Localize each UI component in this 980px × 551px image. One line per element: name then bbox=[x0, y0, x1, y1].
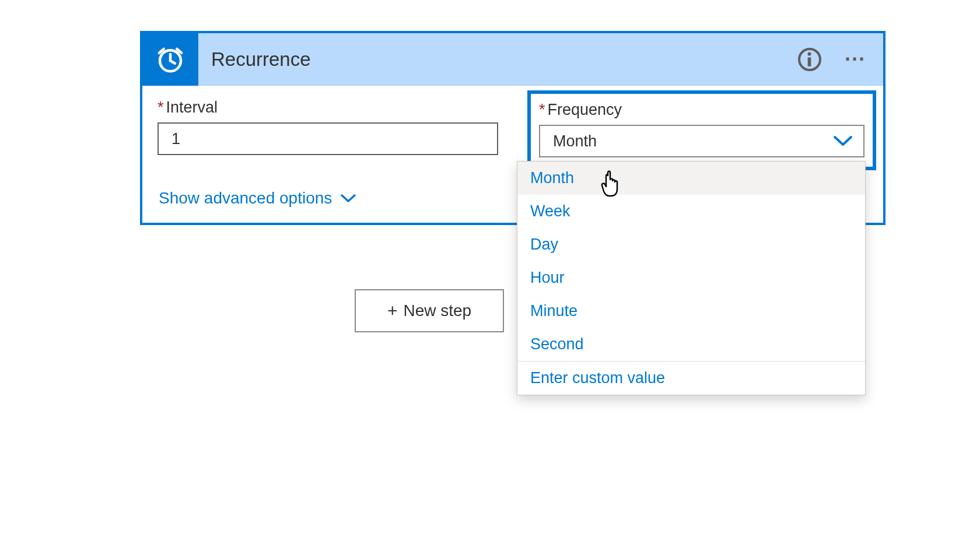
frequency-field: *Frequency Month bbox=[527, 99, 868, 170]
clock-icon bbox=[142, 33, 198, 86]
chevron-down-icon bbox=[833, 135, 853, 148]
chevron-down-icon bbox=[340, 193, 356, 203]
required-asterisk: * bbox=[539, 101, 545, 118]
header-actions: ··· bbox=[798, 48, 883, 71]
interval-field: *Interval bbox=[158, 99, 498, 170]
card-header: Recurrence ··· bbox=[142, 33, 883, 86]
info-icon[interactable] bbox=[798, 48, 821, 71]
frequency-select[interactable]: Month bbox=[539, 125, 864, 157]
frequency-option-hour[interactable]: Hour bbox=[517, 261, 865, 294]
frequency-option-month[interactable]: Month bbox=[517, 162, 865, 195]
frequency-dropdown: Month Week Day Hour Minute Second Enter … bbox=[517, 161, 866, 395]
card-title: Recurrence bbox=[198, 48, 798, 71]
frequency-option-week[interactable]: Week bbox=[517, 195, 865, 228]
interval-input[interactable] bbox=[158, 122, 498, 155]
frequency-highlight: *Frequency Month bbox=[527, 90, 876, 170]
more-icon[interactable]: ··· bbox=[845, 54, 866, 65]
svg-rect-6 bbox=[808, 57, 811, 66]
frequency-option-minute[interactable]: Minute bbox=[517, 294, 865, 328]
svg-point-5 bbox=[808, 52, 811, 55]
frequency-selected-value: Month bbox=[553, 132, 597, 150]
frequency-label: *Frequency bbox=[539, 101, 864, 119]
new-step-button[interactable]: + New step bbox=[355, 289, 504, 332]
frequency-option-day[interactable]: Day bbox=[517, 228, 865, 261]
plus-icon: + bbox=[387, 301, 398, 321]
frequency-option-custom[interactable]: Enter custom value bbox=[517, 362, 865, 395]
required-asterisk: * bbox=[158, 99, 164, 116]
frequency-option-second[interactable]: Second bbox=[517, 328, 865, 361]
show-advanced-options-link[interactable]: Show advanced options bbox=[159, 189, 356, 208]
advanced-link-label: Show advanced options bbox=[159, 189, 332, 208]
new-step-label: New step bbox=[403, 301, 471, 320]
interval-label: *Interval bbox=[158, 99, 498, 117]
svg-line-2 bbox=[170, 61, 175, 64]
